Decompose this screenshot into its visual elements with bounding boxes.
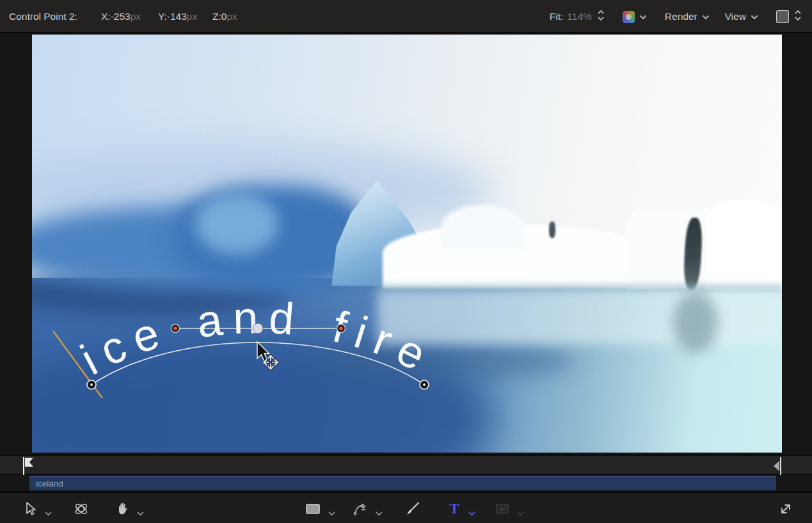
text-tool-icon: T [449,501,459,517]
view-menu[interactable]: View [725,11,746,22]
canvas-status-bar: Control Point 2: X:-253px Y:-143px Z:0px… [0,0,812,33]
window-layout-stepper-icon[interactable] [794,10,802,24]
mask-rectangle-icon [494,501,511,517]
coord-z: Z:0px [212,0,237,33]
mini-timeline[interactable] [0,455,812,475]
channels-icon[interactable] [623,11,635,23]
channels-chevron-down-icon[interactable] [639,11,647,22]
control-point-2[interactable] [337,325,346,333]
paint-stroke-tool-button[interactable] [404,501,421,517]
resize-timeline-button[interactable] [777,501,794,517]
fit-label: Fit: [550,11,564,22]
mask-tool-chevron-icon [517,507,524,519]
path-midpoint-handle[interactable] [253,323,263,334]
canvas-toolbar: T [0,492,812,523]
render-menu[interactable]: Render [665,11,697,22]
select-tool-chevron-icon[interactable] [45,507,52,519]
timeline-track-row: iceland [0,476,812,490]
bezier-tool-chevron-icon[interactable] [376,507,383,519]
arrow-cursor-icon [23,501,37,517]
select-tool-button[interactable] [22,501,38,517]
pen-bezier-icon [353,501,369,517]
track-label: iceland [36,479,63,488]
transform-3d-tool-button[interactable] [73,501,90,517]
coord-y: Y:-143px [158,0,197,33]
render-chevron-down-icon[interactable] [702,11,710,22]
end-marker[interactable] [769,456,786,476]
control-point-1[interactable] [171,325,180,333]
window-layout-icon[interactable] [776,10,789,23]
canvas-viewport[interactable]: ice and fire [32,35,782,453]
playhead-marker[interactable] [18,456,37,476]
diagonal-resize-icon [777,501,794,517]
path-endpoint-left[interactable] [87,380,96,389]
zoom-stepper-icon[interactable] [597,10,605,24]
hand-icon [115,501,130,517]
view-chevron-down-icon[interactable] [751,11,758,22]
bezier-tool-button[interactable] [353,501,369,517]
mask-tool-button-disabled [494,501,511,517]
selection-title: Control Point 2: [9,0,77,33]
paintbrush-icon [404,501,421,517]
text-tool-chevron-icon[interactable] [468,507,475,519]
rectangle-icon [305,501,321,517]
pan-tool-button[interactable] [114,501,131,517]
coord-x: X:-253px [101,0,141,33]
motion-window: Control Point 2: X:-253px Y:-143px Z:0px… [0,0,812,523]
text-on-path[interactable]: ice and fire [73,293,442,385]
orbit-3d-icon [73,501,90,517]
mouse-cursor [257,342,278,369]
rectangle-tool-button[interactable] [305,501,321,517]
text-tool-button[interactable]: T [446,501,463,517]
pan-tool-chevron-icon[interactable] [137,507,144,519]
timeline-track-iceland[interactable]: iceland [29,476,776,490]
path-endpoint-right[interactable] [420,380,429,389]
zoom-level-value: 114% [567,11,592,22]
rectangle-tool-chevron-icon[interactable] [328,507,335,519]
